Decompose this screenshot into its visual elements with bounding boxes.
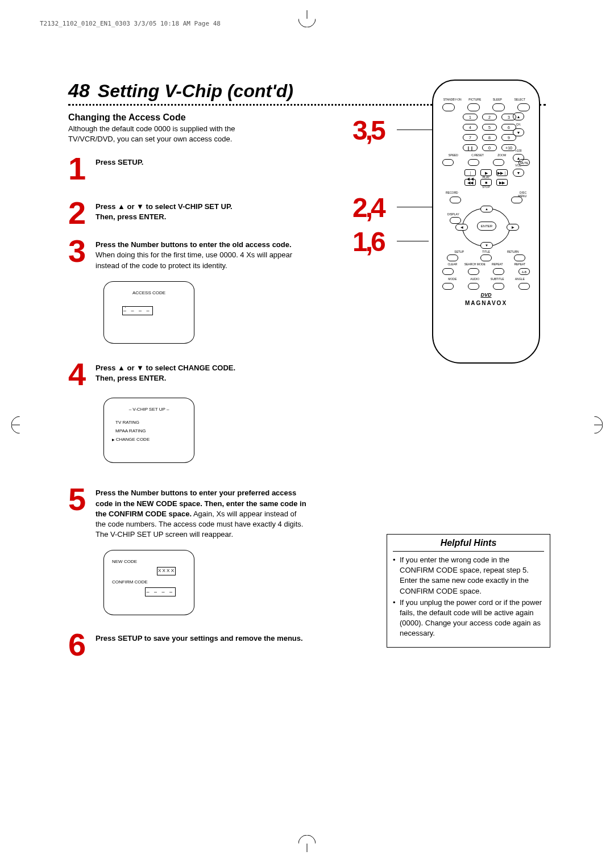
step-number: 4 <box>68 361 96 388</box>
remote-btn-rew: ◀◀ <box>464 179 476 186</box>
remote-btn-right: ▶ <box>507 224 519 231</box>
remote-btn-pause: ❙❙ <box>463 144 478 151</box>
remote-btn-up: ▲ <box>480 206 493 212</box>
remote-label-repeat: REPEAT <box>486 262 509 266</box>
remote-label-title: TITLE <box>472 250 499 253</box>
osd-new-code-field: X X X X <box>157 567 176 575</box>
callout-line <box>397 130 434 130</box>
crop-mark-left <box>11 416 28 433</box>
step-5: 5 Press the Number buttons to enter your… <box>68 486 307 540</box>
step-2-line2: Then, press ENTER. <box>96 212 166 221</box>
remote-label-audio: AUDIO <box>464 277 487 281</box>
step-1: 1 Press SETUP. <box>68 155 307 182</box>
remote-label-vol: VOL. <box>515 164 521 167</box>
remote-body: STANDBY-ON PICTURE SLEEP SELECT 1 2 3 4 … <box>432 80 540 364</box>
remote-label-select: SELECT <box>509 98 532 101</box>
crop-mark-right <box>586 416 603 433</box>
intro-text: Although the default code 0000 is suppli… <box>68 124 273 144</box>
step-number: 5 <box>68 486 96 540</box>
remote-btn-standby <box>442 103 455 111</box>
remote-btn-4: 4 <box>463 124 478 131</box>
remote-btn-picture <box>467 103 480 111</box>
step-5-tail: The V-CHIP SET UP screen will reappear. <box>96 530 233 539</box>
remote-btn-title <box>480 254 492 261</box>
remote-btn-7: 7 <box>463 134 478 141</box>
remote-btn-subtitle <box>493 283 504 290</box>
remote-btn-select <box>517 103 530 111</box>
crop-mark-bottom <box>298 835 316 852</box>
remote-btn-down: ▼ <box>480 242 493 249</box>
step-6-text: Press SETUP to save your settings and re… <box>96 634 303 642</box>
remote-label-display: DISPLAY <box>447 212 459 216</box>
osd-confirm-code-field: – – – – <box>145 587 176 596</box>
step-2: 2 Press ▲ or ▼ to select V-CHIP SET UP. … <box>68 199 307 227</box>
step-number: 3 <box>68 237 96 271</box>
step-4: 4 Press ▲ or ▼ to select CHANGE CODE. Th… <box>68 361 307 388</box>
crop-mark-top <box>298 10 316 27</box>
remote-btn-ch-up: ▲ <box>513 112 524 120</box>
hint-item-1: If you enter the wrong code in the CONFI… <box>393 555 544 596</box>
remote-label-repeat2: REPEAT <box>509 262 532 266</box>
page-number: 48 <box>68 80 90 102</box>
remote-btn-display <box>450 217 461 224</box>
osd-screen-vchip-setup: – V-CHIP SET UP – TV RATING MPAA RATING … <box>103 398 194 463</box>
remote-btn-setup <box>447 254 458 261</box>
remote-btn-sleep <box>492 103 505 111</box>
remote-label-angle: ANGLE <box>509 277 532 281</box>
remote-btn-speed <box>442 159 454 166</box>
step-number: 2 <box>68 199 96 227</box>
remote-label-speed: SPEED <box>441 153 466 157</box>
step-3: 3 Press the Number buttons to enter the … <box>68 237 307 271</box>
helpful-hints-title: Helpful Hints <box>393 538 544 552</box>
remote-label-ch: CH. <box>516 123 521 126</box>
osd-menu-change-code: CHANGE CODE <box>112 436 186 444</box>
remote-btn-clear <box>442 268 454 275</box>
step-number: 6 <box>68 631 96 658</box>
remote-label-return: RETURN <box>500 250 526 253</box>
osd-confirm-code-label: CONFIRM CODE <box>112 579 186 586</box>
remote-dvd-logo: DVD <box>441 292 531 298</box>
remote-btn-angle <box>518 283 530 290</box>
helpful-hints-box: Helpful Hints If you enter the wrong cod… <box>387 534 550 648</box>
step-3-rest: When doing this for the first time, use … <box>96 251 292 269</box>
remote-label-searchmode: SEARCH MODE <box>464 262 487 266</box>
remote-btn-searchmode <box>468 268 479 275</box>
remote-btn-vol-down: ▼ <box>513 169 524 177</box>
remote-label-zoom: ZOOM <box>489 153 514 157</box>
callout-line <box>397 241 429 241</box>
step-6: 6 Press SETUP to save your settings and … <box>68 631 307 658</box>
remote-btn-ch-down: ▼ <box>513 128 524 136</box>
remote-label-mode: MODE <box>441 277 464 281</box>
osd-screen-new-code: NEW CODE X X X X CONFIRM CODE – – – – <box>103 550 194 615</box>
remote-btn-0: 0 <box>482 144 497 151</box>
chapter-title: Setting V-Chip (cont'd) <box>98 81 293 102</box>
osd-menu-tv-rating: TV RATING <box>115 419 186 427</box>
remote-btn-next: ▶▶｜ <box>496 169 508 176</box>
remote-btn-2: 2 <box>482 114 497 120</box>
step-number: 1 <box>68 155 96 182</box>
remote-label-sleep: SLEEP <box>486 98 509 101</box>
remote-btn-vol-up: ▲ <box>513 154 524 162</box>
remote-label-standby: STANDBY-ON <box>441 98 464 101</box>
callout-line <box>397 207 433 207</box>
remote-label-creset: C.RESET <box>466 153 490 157</box>
remote-dpad: ▲ ▼ ◀ ▶ ENTER DISPLAY <box>452 195 520 248</box>
remote-btn-repeat <box>493 268 504 275</box>
print-header-strip: T2132_1102_0102_EN1_0303 3/3/05 10:18 AM… <box>40 20 221 27</box>
step-4-line1: Press ▲ or ▼ to select CHANGE CODE. <box>96 364 235 372</box>
step-3-bold: Press the Number buttons to enter the ol… <box>96 240 292 249</box>
remote-callout-35: 3,5 <box>352 115 384 146</box>
step-2-line1: Press ▲ or ▼ to select V-CHIP SET UP. <box>96 202 233 211</box>
remote-btn-return <box>514 254 525 261</box>
hint-item-2: If you unplug the power cord or if the p… <box>393 598 544 639</box>
osd-code-field: ↓ – – – – <box>122 306 153 316</box>
osd-screen-access-code: ACCESS CODE ↓ – – – – <box>103 281 194 344</box>
remote-label-picture: PICTURE <box>464 98 487 101</box>
remote-btn-disc-menu <box>511 197 522 203</box>
remote-btn-record <box>450 197 461 203</box>
remote-label-clear: CLEAR <box>441 262 464 266</box>
osd-new-code-label: NEW CODE <box>112 558 186 566</box>
remote-callout-24: 2,4 <box>352 192 384 223</box>
osd-title: ACCESS CODE <box>112 290 186 297</box>
remote-callout-16: 1,6 <box>352 226 384 257</box>
